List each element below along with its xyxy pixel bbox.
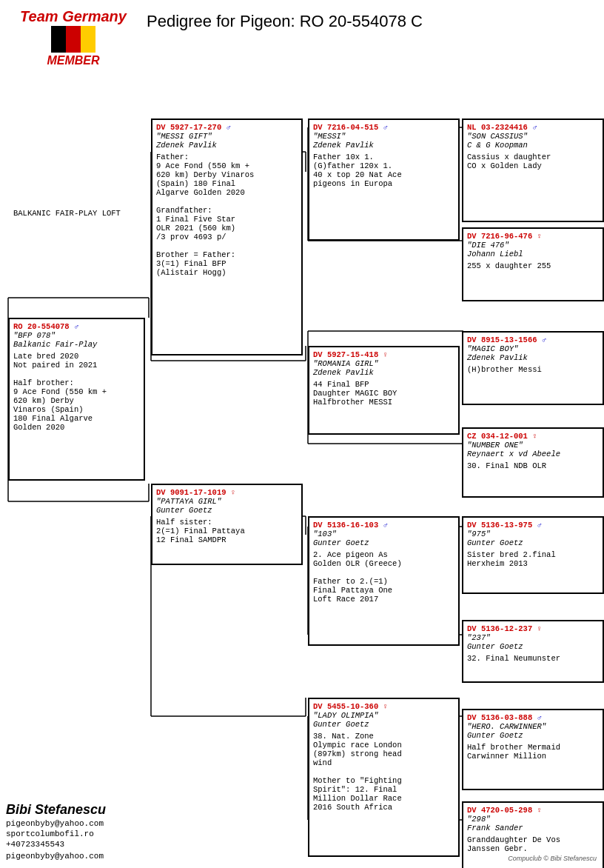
gg1-id: NL 03-2324416 ♂ xyxy=(467,123,599,132)
footer-website: sportcolumbofil.ro xyxy=(6,829,106,838)
gg8-name: "298" xyxy=(467,815,599,824)
gg3-info: (H)brother Messi xyxy=(467,365,599,374)
member-label: MEMBER xyxy=(47,54,99,67)
p1-id: DV 5927-17-270 ♂ xyxy=(156,123,298,132)
gg2-breeder: Johann Liebl xyxy=(467,250,599,258)
flag-stripe-yellow xyxy=(81,26,95,53)
balkanic-label: BALKANIC FAIR-PLAY LOFT xyxy=(13,209,121,218)
gg1-info: Cassius x daughter CO x Golden Lady xyxy=(467,153,599,170)
footer-area: Bibi Stefanescu pigeonbyby@yahoo.com spo… xyxy=(6,802,106,861)
gg7-name: "HERO. CARWINNER" xyxy=(467,722,599,731)
parent2-box: DV 9091-17-1019 ♀ "PATTAYA GIRL" Gunter … xyxy=(151,484,303,565)
footer-email2: pigeonbyby@yahoo.com xyxy=(6,852,106,861)
gg5-id: DV 5136-13-975 ♂ xyxy=(467,521,599,530)
p2-id: DV 9091-17-1019 ♀ xyxy=(156,488,298,497)
g2-name: "ROMANIA GIRL" xyxy=(313,359,454,368)
g4-id: DV 5455-10-360 ♀ xyxy=(313,702,454,711)
g1-gender: ♂ xyxy=(383,123,388,132)
p1-gender: ♂ xyxy=(226,123,231,132)
gg8-info: Granddaughter De Vos Janssen Gebr. xyxy=(467,835,599,853)
gg3-breeder: Zdenek Pavlik xyxy=(467,353,599,362)
p2-gender: ♀ xyxy=(231,488,235,497)
gg2-id: DV 7216-96-476 ♀ xyxy=(467,232,599,241)
main-gender: ♂ xyxy=(74,322,78,331)
p1-breeder: Zdenek Pavlik xyxy=(156,141,298,150)
team-badge: Team Germany MEMBER xyxy=(6,6,141,70)
gg6-info: 32. Final Neumunster xyxy=(467,654,599,663)
ggp6-box: DV 5136-12-237 ♀ "237" Gunter Goetz 32. … xyxy=(462,620,604,683)
g4-breeder: Gunter Goetz xyxy=(313,720,454,729)
gg8-breeder: Frank Sander xyxy=(467,824,599,832)
ggp1-box: NL 03-2324416 ♂ "SON CASSIUS" C & G Koop… xyxy=(462,118,604,222)
gp4-box: DV 5455-10-360 ♀ "LADY OLIMPIA" Gunter G… xyxy=(308,698,460,857)
gg7-info: Half brother Mermaid Carwinner Million xyxy=(467,743,599,761)
gg4-name: "NUMBER ONE" xyxy=(467,441,599,450)
g4-info: 38. Nat. Zone Olympic race London (897km… xyxy=(313,732,454,812)
gg5-info: Sister bred 2.final Herxheim 2013 xyxy=(467,550,599,568)
g3-breeder: Gunter Goetz xyxy=(313,538,454,547)
p2-info: Half sister: 2(=1) Final Pattaya 12 Fina… xyxy=(156,518,298,544)
g1-breeder: Zdenek Pavlik xyxy=(313,141,454,150)
gg3-name: "MAGIC BOY" xyxy=(467,344,599,353)
g3-gender: ♂ xyxy=(383,521,388,530)
gg7-id: DV 5136-03-888 ♂ xyxy=(467,713,599,722)
g1-id: DV 7216-04-515 ♂ xyxy=(313,123,454,132)
gg7-gender: ♂ xyxy=(537,713,542,722)
flag xyxy=(51,26,95,53)
g2-breeder: Zdenek Pavlik xyxy=(313,368,454,377)
gg1-gender: ♂ xyxy=(532,123,537,132)
g3-info: 2. Ace pigeon As Golden OLR (Greece) Fat… xyxy=(313,550,454,604)
gg8-id: DV 4720-05-298 ♀ xyxy=(467,806,599,815)
gg4-gender: ♀ xyxy=(532,432,537,441)
page: Team Germany MEMBER Pedigree for Pigeon:… xyxy=(0,0,604,868)
main-breeder: Balkanic Fair-Play xyxy=(13,340,140,349)
flag-stripe-red xyxy=(66,26,81,53)
ggp5-box: DV 5136-13-975 ♂ "975" Gunter Goetz Sist… xyxy=(462,516,604,594)
ggp3-box: DV 8915-13-1566 ♂ "MAGIC BOY" Zdenek Pav… xyxy=(462,331,604,405)
g3-name: "103" xyxy=(313,530,454,538)
g3-id: DV 5136-16-103 ♂ xyxy=(313,521,454,530)
gg7-breeder: Gunter Goetz xyxy=(467,731,599,740)
gg2-gender: ♀ xyxy=(537,232,542,241)
footer-name: Bibi Stefanescu xyxy=(6,802,106,818)
gg8-gender: ♀ xyxy=(537,806,542,815)
p2-breeder: Gunter Goetz xyxy=(156,506,298,515)
gg1-name: "SON CASSIUS" xyxy=(467,132,599,141)
gg6-breeder: Gunter Goetz xyxy=(467,642,599,651)
gp1-box: DV 7216-04-515 ♂ "MESSI" Zdenek Pavlik F… xyxy=(308,118,460,241)
g4-name: "LADY OLIMPIA" xyxy=(313,711,454,720)
g1-name: "MESSI" xyxy=(313,132,454,141)
footer-phone: +40723345543 xyxy=(6,840,106,849)
g4-gender: ♀ xyxy=(383,702,388,711)
gp2-box: DV 5927-15-418 ♀ "ROMANIA GIRL" Zdenek P… xyxy=(308,346,460,435)
gg3-id: DV 8915-13-1566 ♂ xyxy=(467,335,599,344)
gg4-id: CZ 034-12-001 ♀ xyxy=(467,432,599,441)
page-title: Pedigree for Pigeon: RO 20-554078 C xyxy=(147,12,598,31)
p1-name: "MESSI GIFT" xyxy=(156,132,298,141)
g2-info: 44 Final BFP Daughter MAGIC BOY Halfbrot… xyxy=(313,380,454,407)
gg6-id: DV 5136-12-237 ♀ xyxy=(467,624,599,633)
gg1-breeder: C & G Koopman xyxy=(467,141,599,150)
gg4-breeder: Reynaert x vd Abeele xyxy=(467,450,599,458)
gg6-gender: ♀ xyxy=(537,624,542,633)
gg2-info: 255 x daughter 255 xyxy=(467,261,599,270)
main-id: RO 20-554078 ♂ xyxy=(13,322,140,331)
main-info: Late bred 2020 Not paired in 2021 Half b… xyxy=(13,352,140,432)
flag-stripe-black xyxy=(51,26,66,53)
team-name: Team Germany xyxy=(20,8,127,24)
gp3-box: DV 5136-16-103 ♂ "103" Gunter Goetz 2. A… xyxy=(308,516,460,646)
p2-name: "PATTAYA GIRL" xyxy=(156,497,298,506)
g1-info: Father 10x 1. (G)father 120x 1. 40 x top… xyxy=(313,153,454,188)
gg6-name: "237" xyxy=(467,633,599,642)
parent1-box: DV 5927-17-270 ♂ "MESSI GIFT" Zdenek Pav… xyxy=(151,118,303,355)
main-pigeon-box: RO 20-554078 ♂ "BFP 078" Balkanic Fair-P… xyxy=(8,318,145,481)
gg5-gender: ♂ xyxy=(537,521,542,530)
ggp2-box: DV 7216-96-476 ♀ "DIE 476" Johann Liebl … xyxy=(462,227,604,301)
main-name: "BFP 078" xyxy=(13,331,140,340)
gg5-name: "975" xyxy=(467,530,599,538)
gg3-gender: ♂ xyxy=(542,335,546,344)
footer-email1: pigeonbyby@yahoo.com xyxy=(6,819,106,828)
gg2-name: "DIE 476" xyxy=(467,241,599,250)
g2-id: DV 5927-15-418 ♀ xyxy=(313,350,454,359)
ggp4-box: CZ 034-12-001 ♀ "NUMBER ONE" Reynaert x … xyxy=(462,427,604,498)
